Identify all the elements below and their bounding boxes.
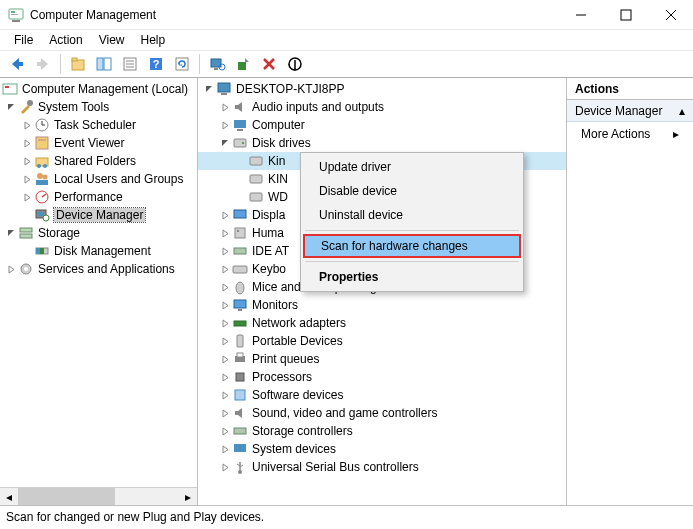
chevron-up-icon: ▴ <box>679 104 685 118</box>
svg-point-58 <box>242 142 244 144</box>
scan-hardware-button[interactable] <box>205 52 229 76</box>
actions-more-label: More Actions <box>581 127 650 141</box>
expand-icon[interactable] <box>20 118 34 132</box>
context-scan-hardware[interactable]: Scan for hardware changes <box>303 234 521 258</box>
tree-device-manager[interactable]: Device Manager <box>0 206 197 224</box>
expand-icon[interactable] <box>218 100 232 114</box>
device-category[interactable]: Monitors <box>198 296 566 314</box>
uninstall-button[interactable] <box>257 52 281 76</box>
tree-root[interactable]: Computer Management (Local) <box>0 80 197 98</box>
show-hide-tree-button[interactable] <box>92 52 116 76</box>
device-category[interactable]: Audio inputs and outputs <box>198 98 566 116</box>
tree-shared-folders[interactable]: Shared Folders <box>0 152 197 170</box>
svg-rect-59 <box>250 157 262 165</box>
tree-event-viewer[interactable]: Event Viewer <box>0 134 197 152</box>
expand-icon[interactable] <box>218 406 232 420</box>
expand-icon[interactable] <box>218 118 232 132</box>
scroll-left-icon[interactable]: ◂ <box>0 488 18 505</box>
audio-icon <box>232 99 248 115</box>
device-category[interactable]: Software devices <box>198 386 566 404</box>
device-root[interactable]: DESKTOP-KTJI8PP <box>198 80 566 98</box>
expand-icon[interactable] <box>218 226 232 240</box>
collapse-icon[interactable] <box>202 82 216 96</box>
device-category[interactable]: System devices <box>198 440 566 458</box>
context-update-driver[interactable]: Update driver <box>303 155 521 179</box>
expand-icon[interactable] <box>20 190 34 204</box>
network-icon <box>232 315 248 331</box>
collapse-icon[interactable] <box>218 136 232 150</box>
expand-icon[interactable] <box>218 370 232 384</box>
collapse-icon[interactable] <box>4 226 18 240</box>
horizontal-scrollbar[interactable]: ◂ ▸ <box>0 487 197 505</box>
expand-icon[interactable] <box>20 136 34 150</box>
svg-rect-62 <box>234 210 246 218</box>
close-button[interactable] <box>648 0 693 30</box>
svg-rect-54 <box>221 93 227 95</box>
svg-rect-20 <box>214 68 218 70</box>
svg-point-45 <box>43 215 49 221</box>
context-uninstall-device[interactable]: Uninstall device <box>303 203 521 227</box>
menu-action[interactable]: Action <box>41 31 90 49</box>
context-disable-device[interactable]: Disable device <box>303 179 521 203</box>
actions-section[interactable]: Device Manager ▴ <box>567 100 693 122</box>
disk-icon <box>232 135 248 151</box>
expand-icon[interactable] <box>218 442 232 456</box>
menu-view[interactable]: View <box>91 31 133 49</box>
device-manager-icon <box>34 207 50 223</box>
minimize-button[interactable] <box>558 0 603 30</box>
tree-local-users[interactable]: Local Users and Groups <box>0 170 197 188</box>
tree-storage[interactable]: Storage <box>0 224 197 242</box>
scroll-right-icon[interactable]: ▸ <box>179 488 197 505</box>
expand-icon[interactable] <box>218 352 232 366</box>
svg-rect-61 <box>250 193 262 201</box>
disk-icon <box>248 189 264 205</box>
up-button[interactable] <box>66 52 90 76</box>
expand-icon[interactable] <box>218 424 232 438</box>
properties-button[interactable] <box>118 52 142 76</box>
expand-icon[interactable] <box>218 298 232 312</box>
tree-system-tools[interactable]: System Tools <box>0 98 197 116</box>
collapse-icon[interactable] <box>4 100 18 114</box>
expand-icon[interactable] <box>218 244 232 258</box>
device-disk-drives[interactable]: Disk drives <box>198 134 566 152</box>
refresh-button[interactable] <box>170 52 194 76</box>
device-category[interactable]: Computer <box>198 116 566 134</box>
context-properties[interactable]: Properties <box>303 265 521 289</box>
update-driver-button[interactable] <box>231 52 255 76</box>
device-category[interactable]: Universal Serial Bus controllers <box>198 458 566 476</box>
tree-task-scheduler[interactable]: Task Scheduler <box>0 116 197 134</box>
disable-button[interactable] <box>283 52 307 76</box>
expand-icon[interactable] <box>218 388 232 402</box>
actions-more[interactable]: More Actions ▸ <box>567 122 693 146</box>
device-category[interactable]: Sound, video and game controllers <box>198 404 566 422</box>
expand-icon[interactable] <box>218 208 232 222</box>
back-button[interactable] <box>5 52 29 76</box>
expand-icon[interactable] <box>218 460 232 474</box>
svg-rect-70 <box>234 321 246 326</box>
expand-icon[interactable] <box>20 172 34 186</box>
expand-icon[interactable] <box>4 262 18 276</box>
device-category[interactable]: Processors <box>198 368 566 386</box>
device-category[interactable]: Network adapters <box>198 314 566 332</box>
expand-icon[interactable] <box>218 280 232 294</box>
device-category[interactable]: Print queues <box>198 350 566 368</box>
tree-services-apps[interactable]: Services and Applications <box>0 260 197 278</box>
device-category[interactable]: Storage controllers <box>198 422 566 440</box>
svg-rect-11 <box>104 58 111 70</box>
device-category[interactable]: Portable Devices <box>198 332 566 350</box>
maximize-button[interactable] <box>603 0 648 30</box>
expand-icon[interactable] <box>218 262 232 276</box>
svg-rect-73 <box>237 353 243 357</box>
expand-icon[interactable] <box>20 154 34 168</box>
svg-point-39 <box>43 175 48 180</box>
svg-point-36 <box>37 164 41 168</box>
console-tree[interactable]: Computer Management (Local) System Tools… <box>0 78 197 487</box>
forward-button[interactable] <box>31 52 55 76</box>
menu-file[interactable]: File <box>6 31 41 49</box>
tree-performance[interactable]: Performance <box>0 188 197 206</box>
expand-icon[interactable] <box>218 334 232 348</box>
help-button[interactable]: ? <box>144 52 168 76</box>
tree-disk-management[interactable]: Disk Management <box>0 242 197 260</box>
expand-icon[interactable] <box>218 316 232 330</box>
menu-help[interactable]: Help <box>133 31 174 49</box>
